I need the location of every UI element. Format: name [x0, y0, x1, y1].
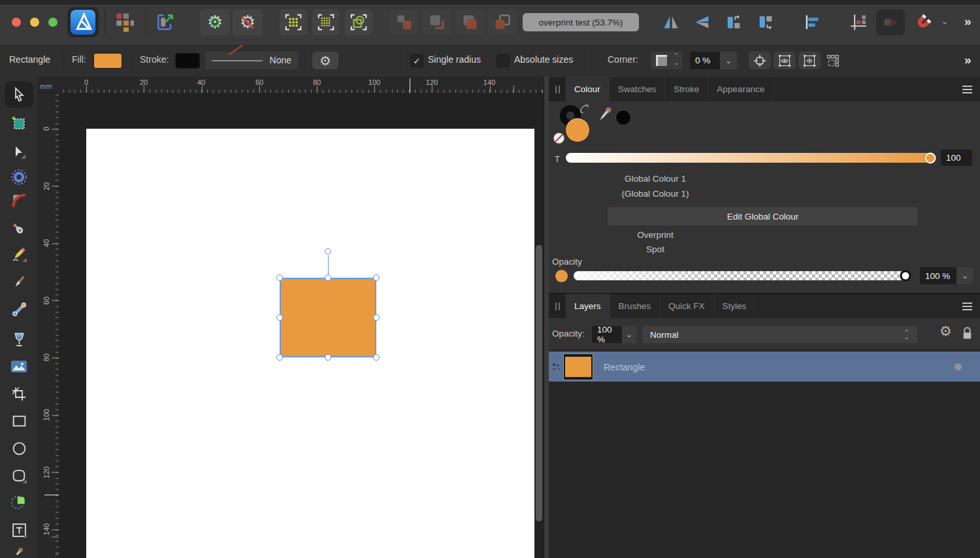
- vertical-scrollbar[interactable]: [536, 245, 542, 521]
- flip-vertical-button[interactable]: [688, 9, 717, 35]
- close-window-button[interactable]: [12, 18, 21, 27]
- picked-colour-well[interactable]: [615, 110, 631, 125]
- corner-tool-button[interactable]: [5, 188, 33, 214]
- single-radius-checkbox[interactable]: ✓: [410, 54, 423, 67]
- resize-handle-top[interactable]: [325, 274, 331, 281]
- colour-opacity-dropdown-button[interactable]: ⌄: [956, 267, 973, 284]
- alignment-button[interactable]: [797, 9, 827, 35]
- spot-label[interactable]: Spot: [551, 244, 760, 254]
- colour-picker-icon[interactable]: [593, 105, 614, 126]
- tab-swatches[interactable]: Swatches: [610, 77, 666, 101]
- artboard-tool-button[interactable]: [5, 110, 33, 137]
- rounded-rectangle-tool-button[interactable]: [5, 463, 33, 489]
- flip-horizontal-button[interactable]: [657, 9, 685, 35]
- snapping-magnet-button[interactable]: [909, 9, 938, 35]
- blend-mode-stepper[interactable]: ⌃ ⌄: [904, 330, 909, 339]
- export-persona-button[interactable]: [152, 9, 179, 35]
- tab-colour[interactable]: Colour: [566, 77, 610, 101]
- resize-handle-top-left[interactable]: [276, 274, 283, 281]
- node-tool-button[interactable]: [5, 139, 33, 165]
- opacity-slider[interactable]: [574, 271, 907, 280]
- ellipse-tool-button[interactable]: [5, 435, 33, 461]
- colour-panel-menu-button[interactable]: [954, 77, 980, 101]
- vertical-ruler[interactable]: 0 20 40 60 80 100 120 140: [37, 93, 59, 558]
- snap-pixel-grid-button[interactable]: [312, 9, 340, 35]
- vector-brush-tool-button[interactable]: [5, 269, 33, 295]
- corner-radius-input[interactable]: 0 %: [690, 52, 724, 69]
- cycle-selection-box-button[interactable]: [798, 52, 821, 69]
- pixel-persona-button[interactable]: [110, 9, 137, 35]
- resize-handle-bottom[interactable]: [325, 354, 331, 361]
- stroke-swatch[interactable]: [175, 53, 200, 69]
- layers-opacity-dropdown-button[interactable]: ⌄: [622, 326, 636, 343]
- fill-gradient-tool-button[interactable]: [5, 296, 33, 322]
- fill-swatch[interactable]: [93, 53, 122, 69]
- absolute-sizes-checkbox[interactable]: [497, 54, 510, 67]
- colour-picker-tool-button[interactable]: [5, 546, 33, 558]
- tint-value-input[interactable]: 100: [941, 150, 972, 166]
- snapping-options-button[interactable]: [822, 52, 844, 69]
- tab-brushes[interactable]: Brushes: [610, 294, 661, 318]
- place-image-tool-button[interactable]: [5, 353, 33, 380]
- tab-quick-fx[interactable]: Quick FX: [660, 294, 714, 318]
- move-tool-button[interactable]: [5, 82, 33, 108]
- boolean-intersect-button[interactable]: [455, 9, 484, 35]
- layer-visibility-toggle[interactable]: [955, 363, 962, 370]
- overprint-label[interactable]: Overprint: [551, 230, 760, 240]
- corner-radius-dropdown-button[interactable]: ⌄: [720, 52, 737, 69]
- transparency-tool-button[interactable]: [5, 326, 33, 352]
- lock-layer-button[interactable]: [962, 326, 973, 340]
- boolean-divide-button[interactable]: [488, 9, 517, 35]
- opacity-slider-knob[interactable]: [900, 271, 911, 282]
- colour-opacity-input[interactable]: 100 %: [920, 267, 956, 284]
- insert-behind-button[interactable]: [876, 9, 905, 35]
- transform-origin-button[interactable]: [844, 9, 873, 35]
- corner-type-dropdown[interactable]: ⌃ ⌄: [651, 52, 682, 69]
- minimize-window-button[interactable]: [30, 18, 39, 27]
- layers-empty-area[interactable]: [549, 382, 980, 558]
- opacity-colour-swatch[interactable]: [555, 270, 568, 282]
- rotate-clockwise-button[interactable]: [751, 9, 780, 35]
- resize-handle-bottom-left[interactable]: [276, 354, 283, 361]
- resize-handle-left[interactable]: [276, 314, 283, 321]
- ruler-units-corner[interactable]: mm: [37, 76, 59, 93]
- panel-drag-grip[interactable]: [549, 294, 566, 318]
- rotate-counterclockwise-button[interactable]: [719, 9, 748, 35]
- boolean-subtract-button[interactable]: [423, 9, 451, 35]
- layer-settings-gear-button[interactable]: ⚙: [939, 324, 952, 338]
- rectangle-tool-button[interactable]: [5, 408, 33, 434]
- pen-tool-button[interactable]: [5, 216, 33, 242]
- no-colour-swatch[interactable]: [553, 133, 564, 144]
- hide-selection-toggle-button[interactable]: [774, 52, 796, 69]
- tint-slider[interactable]: [566, 153, 936, 163]
- tab-stroke[interactable]: Stroke: [665, 77, 708, 101]
- layer-drag-handle[interactable]: [549, 352, 563, 382]
- snapping-dropdown-chevron[interactable]: ⌄: [941, 16, 949, 26]
- swap-fill-stroke-icon[interactable]: [579, 103, 592, 116]
- disabled-gear-button[interactable]: ⚙: [233, 9, 263, 35]
- fill-colour-well[interactable]: [565, 118, 590, 142]
- layers-opacity-input[interactable]: 100 %: [592, 326, 623, 343]
- tint-slider-knob[interactable]: [925, 152, 936, 163]
- horizontal-ruler[interactable]: 0 20 40 60 80 100 120 140: [59, 76, 544, 93]
- layers-panel-menu-button[interactable]: [954, 294, 980, 318]
- resize-handle-top-right[interactable]: [373, 274, 380, 281]
- artistic-text-tool-button[interactable]: [5, 517, 33, 543]
- zoom-window-button[interactable]: [48, 18, 57, 27]
- auto-correct-gear-button[interactable]: ⚙: [200, 9, 230, 35]
- pencil-tool-button[interactable]: [5, 241, 33, 267]
- tab-appearance[interactable]: Appearance: [708, 77, 774, 101]
- snap-geometry-button[interactable]: [345, 9, 372, 35]
- transform-origin-toggle-button[interactable]: [749, 52, 771, 69]
- toolbar-overflow-button[interactable]: »: [964, 14, 970, 29]
- vector-crop-tool-button[interactable]: [5, 381, 33, 407]
- document-title[interactable]: overprint test (53.7%): [523, 13, 639, 31]
- panel-drag-grip[interactable]: [549, 77, 566, 101]
- shape-builder-tool-button[interactable]: [5, 489, 33, 516]
- resize-handle-right[interactable]: [373, 314, 380, 321]
- layer-thumbnail[interactable]: [563, 353, 593, 380]
- tab-layers[interactable]: Layers: [566, 294, 610, 318]
- stroke-style-dropdown[interactable]: None: [205, 52, 298, 69]
- stroke-settings-gear-button[interactable]: ⚙: [312, 52, 338, 69]
- designer-persona-button[interactable]: [67, 7, 99, 37]
